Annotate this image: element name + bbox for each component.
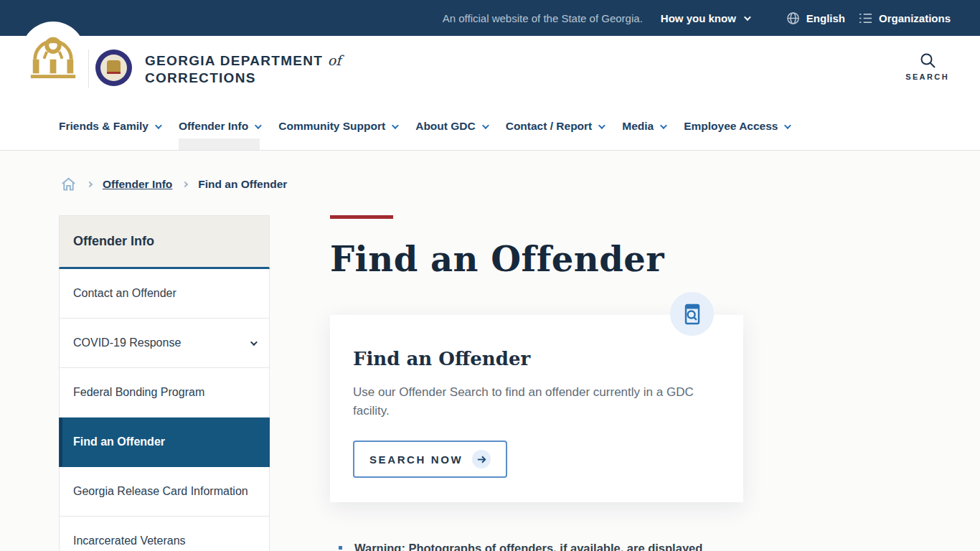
nav-item-media[interactable]: Media	[622, 103, 665, 150]
find-offender-card-wrap: Find an Offender Use our Offender Search…	[330, 315, 743, 502]
chevron-down-icon	[392, 122, 399, 129]
site-header: GEORGIA DEPARTMENT of CORRECTIONS SEARCH	[0, 36, 980, 103]
nav-item-employee-access[interactable]: Employee Access	[684, 103, 789, 150]
how-you-know-label: How you know	[661, 12, 736, 24]
section-sidebar: Offender Info Contact an Offender COVID-…	[59, 215, 270, 551]
list-icon	[859, 12, 872, 24]
chevron-down-icon	[660, 122, 667, 129]
nav-item-contact-report[interactable]: Contact / Report	[506, 103, 604, 150]
chevron-down-icon	[598, 122, 606, 129]
logo-divider	[88, 50, 89, 88]
how-you-know-button[interactable]: How you know	[661, 12, 749, 24]
sidebar-item-federal-bonding-program[interactable]: Federal Bonding Program	[59, 368, 270, 418]
chevron-down-icon	[744, 14, 751, 21]
georgia-arch-logo[interactable]	[21, 22, 85, 86]
content-area: Offender Info Contact an Offender COVID-…	[0, 215, 980, 551]
card-title: Find an Offender	[353, 348, 720, 369]
language-switcher[interactable]: English	[786, 11, 845, 25]
breadcrumb: Offender Info Find an Offender	[60, 176, 980, 192]
chevron-down-icon	[255, 122, 262, 129]
warning-list-item: Warning: Photographs of offenders, if av…	[330, 541, 743, 551]
main-navigation: Friends & Family Offender Info Community…	[0, 103, 980, 151]
sidebar-title: Offender Info	[59, 215, 270, 269]
agency-name[interactable]: GEORGIA DEPARTMENT of CORRECTIONS	[145, 52, 341, 87]
organizations-button[interactable]: Organizations	[859, 12, 951, 24]
chevron-down-icon	[250, 339, 258, 346]
breadcrumb-separator-icon	[87, 181, 93, 187]
title-accent-line	[330, 215, 393, 219]
official-banner: An official website of the State of Geor…	[0, 0, 980, 36]
list-bullet	[339, 546, 342, 550]
document-search-icon	[681, 302, 704, 326]
chevron-down-icon	[784, 122, 791, 129]
breadcrumb-separator-icon	[182, 181, 188, 187]
language-label: English	[806, 12, 845, 24]
sidebar-item-find-an-offender[interactable]: Find an Offender	[59, 418, 270, 467]
organizations-label: Organizations	[879, 12, 951, 24]
chevron-down-icon	[155, 122, 162, 129]
sidebar-item-covid-19-response[interactable]: COVID-19 Response	[59, 319, 270, 368]
card-description: Use our Offender Search to find an offen…	[353, 383, 706, 420]
nav-item-offender-info[interactable]: Offender Info	[179, 103, 260, 150]
agency-name-line2: CORRECTIONS	[145, 70, 341, 87]
arch-icon	[27, 27, 80, 80]
nav-item-about-gdc[interactable]: About GDC	[415, 103, 487, 150]
sidebar-item-incarcerated-veterans[interactable]: Incarcerated Veterans	[59, 517, 270, 551]
search-label: SEARCH	[905, 72, 949, 81]
gdc-seal	[95, 50, 132, 86]
document-search-badge	[670, 292, 714, 336]
breadcrumb-link-offender-info[interactable]: Offender Info	[103, 178, 172, 191]
globe-icon	[786, 11, 800, 25]
nav-item-community-support[interactable]: Community Support	[278, 103, 397, 150]
arrow-right-icon	[472, 450, 491, 468]
official-website-text: An official website of the State of Geor…	[443, 12, 643, 24]
search-icon	[919, 52, 936, 69]
agency-name-line1: GEORGIA DEPARTMENT	[145, 53, 323, 68]
sidebar-item-georgia-release-card[interactable]: Georgia Release Card Information	[59, 467, 270, 517]
find-offender-card: Find an Offender Use our Offender Search…	[330, 315, 743, 502]
header-search-button[interactable]: SEARCH	[905, 52, 949, 81]
page-title: Find an Offender	[330, 239, 743, 279]
main-column: Find an Offender Find an Offender Use ou…	[330, 215, 743, 551]
nav-item-friends-family[interactable]: Friends & Family	[59, 103, 160, 150]
sidebar-item-contact-an-offender[interactable]: Contact an Offender	[59, 269, 270, 319]
breadcrumb-current: Find an Offender	[198, 178, 287, 191]
warning-text: Warning: Photographs of offenders, if av…	[354, 541, 702, 551]
chevron-down-icon	[482, 122, 489, 129]
search-now-button[interactable]: SEARCH NOW	[353, 441, 507, 478]
agency-name-of: of	[328, 52, 341, 68]
home-icon[interactable]	[60, 176, 77, 192]
